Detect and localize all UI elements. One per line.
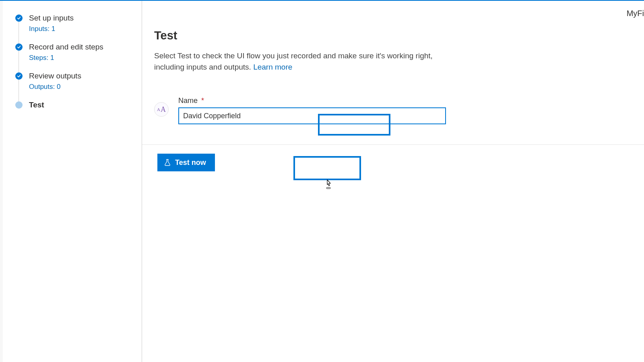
section-divider xyxy=(142,144,644,145)
input-form-area: AA Name * xyxy=(154,97,632,124)
wizard-sidebar: Set up inputs Inputs: 1 Record and edit … xyxy=(3,1,142,362)
wizard-step-review-outputs[interactable]: Review outputs Outputs: 0 xyxy=(15,72,142,101)
name-input-wrapper xyxy=(178,107,446,124)
test-now-button[interactable]: Test now xyxy=(157,154,215,171)
current-step-dot-icon xyxy=(15,101,23,109)
page-description-text: Select Test to check the UI flow you jus… xyxy=(154,51,433,71)
collapsed-nav-rail xyxy=(0,1,3,362)
checkmark-icon xyxy=(15,43,23,51)
wizard-step-title: Record and edit steps xyxy=(29,43,103,51)
required-asterisk: * xyxy=(201,97,204,105)
learn-more-link[interactable]: Learn more xyxy=(253,63,292,71)
wizard-step-subtitle: Outputs: 0 xyxy=(29,83,81,91)
main-content: MyFi Test Select Test to check the UI fl… xyxy=(142,1,644,362)
wizard-steps-list: Set up inputs Inputs: 1 Record and edit … xyxy=(15,14,142,109)
test-now-button-label: Test now xyxy=(175,158,206,167)
wizard-step-title: Test xyxy=(29,101,44,109)
page-title: Test xyxy=(154,29,632,42)
wizard-step-subtitle: Inputs: 1 xyxy=(29,25,74,33)
step-connector-line xyxy=(19,51,19,75)
wizard-step-test[interactable]: Test xyxy=(15,101,142,109)
svg-rect-0 xyxy=(326,187,330,189)
step-connector-line xyxy=(19,80,19,104)
step-connector-line xyxy=(19,22,19,46)
wizard-step-setup-inputs[interactable]: Set up inputs Inputs: 1 xyxy=(15,14,142,43)
field-label-text: Name xyxy=(178,97,198,105)
checkmark-icon xyxy=(15,14,23,22)
wizard-step-record-edit[interactable]: Record and edit steps Steps: 1 xyxy=(15,43,142,72)
name-field-label: Name * xyxy=(178,97,446,105)
pointer-cursor-icon xyxy=(325,179,333,190)
name-input[interactable] xyxy=(179,108,445,123)
flow-name-label: MyFi xyxy=(627,9,644,18)
wizard-step-title: Set up inputs xyxy=(29,14,74,23)
flask-icon xyxy=(164,159,171,166)
page-description: Select Test to check the UI flow you jus… xyxy=(154,50,444,72)
wizard-step-title: Review outputs xyxy=(29,72,81,80)
text-input-type-icon: AA xyxy=(154,102,169,117)
checkmark-icon xyxy=(15,72,23,80)
wizard-step-subtitle: Steps: 1 xyxy=(29,54,103,62)
